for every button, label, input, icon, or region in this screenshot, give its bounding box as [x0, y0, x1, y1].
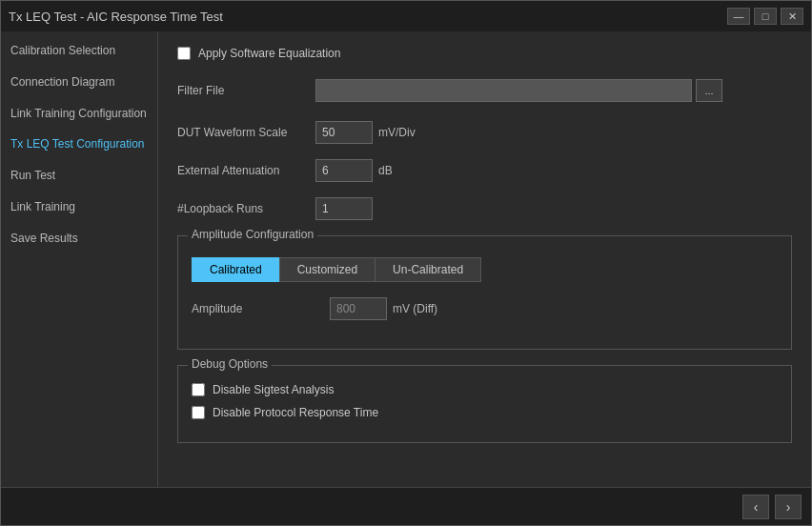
disable-sigtest-label: Disable Sigtest Analysis [213, 383, 334, 396]
debug-options-title: Debug Options [188, 357, 272, 371]
dut-waveform-scale-unit: mV/Div [378, 126, 416, 139]
disable-protocol-checkbox[interactable] [192, 406, 205, 419]
filter-file-row: Filter File ... [177, 79, 792, 102]
tab-un-calibrated[interactable]: Un-Calibrated [375, 257, 481, 282]
disable-sigtest-row: Disable Sigtest Analysis [192, 383, 778, 396]
filter-file-input[interactable] [315, 79, 692, 102]
loopback-runs-label: #Loopback Runs [177, 202, 315, 215]
loopback-runs-input[interactable] [315, 197, 373, 220]
title-bar: Tx LEQ Test - AIC Response Time Test — □… [1, 1, 811, 31]
apply-software-equalization-label: Apply Software Equalization [198, 47, 340, 60]
back-button[interactable]: ‹ [742, 495, 769, 519]
amplitude-input[interactable] [330, 297, 387, 320]
amplitude-config-group: Amplitude Configuration Calibrated Custo… [177, 235, 792, 350]
apply-software-equalization-checkbox[interactable] [177, 47, 191, 60]
disable-protocol-row: Disable Protocol Response Time [192, 406, 778, 419]
main-panel: Apply Software Equalization Filter File … [158, 31, 811, 487]
minimize-button[interactable]: — [727, 8, 750, 25]
bottom-bar: ‹ › [1, 487, 811, 525]
content-area: Calibration Selection Connection Diagram… [1, 31, 811, 487]
dut-waveform-scale-label: DUT Waveform Scale [177, 126, 315, 139]
amplitude-label: Amplitude [192, 302, 330, 315]
amplitude-config-content: Calibrated Customized Un-Calibrated Ampl… [192, 257, 778, 320]
sidebar-item-link-training-configuration[interactable]: Link Training Configuration [1, 98, 157, 130]
sidebar-item-tx-leq-test-configuration[interactable]: Tx LEQ Test Configuration [1, 129, 157, 160]
sidebar-item-link-training[interactable]: Link Training [1, 192, 157, 223]
external-attenuation-label: External Attenuation [177, 164, 315, 177]
dut-waveform-scale-input[interactable] [315, 121, 373, 144]
loopback-runs-row: #Loopback Runs [177, 197, 792, 220]
tab-customized[interactable]: Customized [279, 257, 376, 282]
sidebar-item-run-test[interactable]: Run Test [1, 160, 157, 192]
sidebar-item-save-results[interactable]: Save Results [1, 223, 157, 254]
disable-sigtest-checkbox[interactable] [192, 383, 205, 396]
apply-software-equalization-row: Apply Software Equalization [177, 47, 792, 60]
external-attenuation-unit: dB [378, 164, 393, 177]
amplitude-config-title: Amplitude Configuration [188, 228, 317, 241]
window-title: Tx LEQ Test - AIC Response Time Test [9, 10, 223, 24]
maximize-button[interactable]: □ [754, 8, 777, 25]
external-attenuation-row: External Attenuation dB [177, 159, 792, 182]
filter-file-browse-button[interactable]: ... [696, 79, 722, 102]
close-button[interactable]: ✕ [781, 8, 803, 25]
sidebar-item-calibration-selection[interactable]: Calibration Selection [1, 35, 157, 67]
amplitude-field-row: Amplitude mV (Diff) [192, 297, 778, 320]
external-attenuation-input[interactable] [315, 159, 373, 182]
debug-options-group: Debug Options Disable Sigtest Analysis D… [177, 365, 792, 443]
tab-calibrated[interactable]: Calibrated [192, 257, 280, 282]
amplitude-unit: mV (Diff) [393, 302, 437, 315]
dut-waveform-scale-row: DUT Waveform Scale mV/Div [177, 121, 792, 144]
sidebar: Calibration Selection Connection Diagram… [1, 31, 158, 487]
window-controls: — □ ✕ [727, 8, 803, 25]
main-window: Tx LEQ Test - AIC Response Time Test — □… [0, 0, 812, 526]
disable-protocol-label: Disable Protocol Response Time [213, 406, 378, 419]
next-button[interactable]: › [775, 495, 802, 519]
filter-file-label: Filter File [177, 84, 315, 97]
debug-options-content: Disable Sigtest Analysis Disable Protoco… [192, 383, 778, 419]
sidebar-item-connection-diagram[interactable]: Connection Diagram [1, 67, 157, 98]
amplitude-tab-group: Calibrated Customized Un-Calibrated [192, 257, 778, 282]
